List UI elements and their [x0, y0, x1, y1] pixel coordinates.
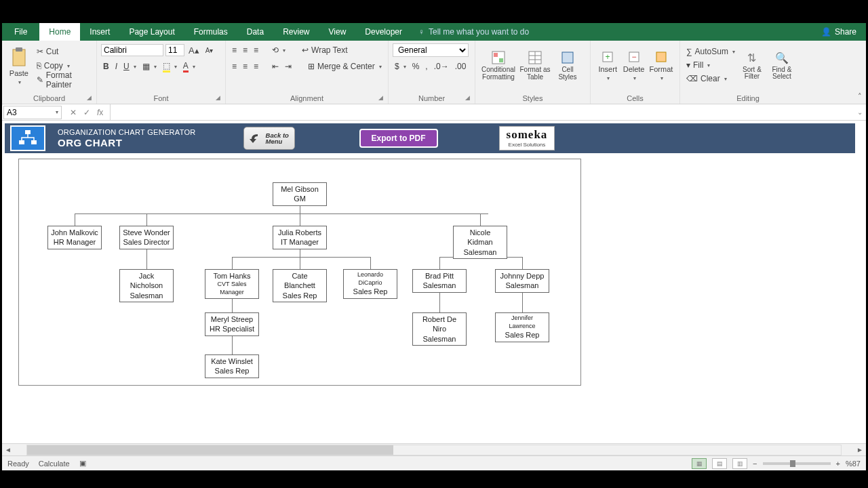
svg-rect-4	[499, 58, 503, 62]
merge-label: Merge & Center	[317, 62, 375, 71]
tab-review[interactable]: Review	[273, 23, 319, 41]
tab-formulas[interactable]: Formulas	[184, 23, 237, 41]
paste-icon	[10, 47, 28, 67]
insert-function-button[interactable]: fx	[97, 108, 103, 117]
delete-cells-button[interactable]: − Delete▾	[620, 43, 646, 89]
tell-me[interactable]: ♀ Tell me what you want to do	[412, 23, 536, 41]
borders-button[interactable]: ▦▾	[140, 60, 159, 73]
align-center-button[interactable]: ≡	[241, 60, 250, 73]
insert-cells-button[interactable]: + Insert▾	[595, 43, 620, 89]
font-color-button[interactable]: A▾	[181, 60, 197, 73]
zoom-slider[interactable]	[763, 462, 831, 465]
expand-formula-bar-button[interactable]: ⌄	[854, 108, 866, 116]
alignment-dialog-launcher[interactable]: ◢	[378, 94, 385, 101]
alignment-group-label: Alignment	[226, 94, 388, 102]
collapse-ribbon-button[interactable]: ˄	[858, 92, 862, 101]
template-header: ORGANIZATION CHART GENERATOR ORG CHART B…	[5, 123, 855, 153]
format-cells-button[interactable]: Format▾	[647, 43, 675, 89]
scroll-thumb[interactable]	[27, 445, 393, 455]
share-button[interactable]: 👤 Share	[812, 23, 866, 41]
back-to-menu-button[interactable]: Back toMenu	[243, 127, 295, 150]
svg-rect-1	[16, 47, 22, 52]
name-box[interactable]: A3▾	[3, 106, 62, 119]
zoom-in-button[interactable]: +	[836, 460, 840, 468]
format-as-table-button[interactable]: Format as Table	[517, 43, 553, 89]
align-middle-button[interactable]: ≡	[241, 43, 250, 57]
page-layout-view-button[interactable]: ▤	[712, 458, 727, 469]
clear-button[interactable]: ⌫Clear▾	[684, 72, 737, 85]
align-right-button[interactable]: ≡	[252, 60, 260, 73]
svg-rect-3	[494, 53, 498, 57]
autosum-button[interactable]: ∑AutoSum▾	[684, 45, 737, 58]
horizontal-scrollbar[interactable]: ◄ ►	[2, 443, 866, 455]
enter-formula-button[interactable]: ✓	[83, 108, 90, 117]
align-left-button[interactable]: ≡	[230, 60, 239, 73]
org-node: Johnny DeppSalesman	[495, 269, 549, 293]
cell-styles-button[interactable]: Cell Styles	[553, 43, 583, 89]
tab-view[interactable]: View	[319, 23, 356, 41]
page-break-view-button[interactable]: ▥	[732, 458, 747, 469]
scroll-right-button[interactable]: ►	[854, 446, 866, 453]
wrap-text-button[interactable]: ↩Wrap Text	[300, 43, 350, 57]
zoom-level[interactable]: %87	[846, 460, 861, 468]
clipboard-dialog-launcher[interactable]: ◢	[87, 94, 94, 101]
macro-record-icon[interactable]: ▣	[79, 459, 86, 468]
italic-button[interactable]: I	[113, 60, 119, 73]
ribbon-tabs: File Home Insert Page Layout Formulas Da…	[2, 23, 866, 41]
find-select-button[interactable]: 🔍 Find & Select	[767, 43, 797, 89]
increase-font-button[interactable]: A▴	[186, 43, 201, 57]
cond-label: Conditional Formatting	[479, 66, 517, 81]
increase-indent-button[interactable]: ⇥	[283, 60, 294, 73]
sigma-icon: ∑	[686, 47, 692, 56]
share-icon: 👤	[821, 27, 831, 37]
align-top-button[interactable]: ≡	[230, 43, 239, 57]
tab-insert[interactable]: Insert	[80, 23, 119, 41]
fill-icon: ▾	[686, 60, 690, 70]
conditional-formatting-button[interactable]: Conditional Formatting	[479, 43, 517, 89]
share-label: Share	[835, 27, 856, 37]
number-format-select[interactable]: General	[393, 43, 469, 57]
brush-icon: ✎	[37, 75, 43, 85]
fill-color-button[interactable]: ⬚▾	[161, 60, 179, 73]
export-pdf-button[interactable]: Export to PDF	[359, 129, 438, 148]
table-icon	[528, 51, 542, 64]
cancel-formula-button[interactable]: ✕	[70, 108, 77, 117]
normal-view-button[interactable]: ▦	[692, 458, 707, 469]
sort-filter-button[interactable]: ⇅ Sort & Filter	[737, 43, 767, 89]
insert-icon: +	[601, 51, 614, 63]
accounting-format-button[interactable]: $▾	[393, 60, 408, 73]
paste-button[interactable]: Paste ▾	[6, 43, 32, 89]
wrap-label: Wrap Text	[311, 45, 348, 55]
decrease-font-button[interactable]: A▾	[203, 43, 216, 57]
tab-developer[interactable]: Developer	[355, 23, 412, 41]
underline-button[interactable]: U▾	[121, 60, 138, 73]
font-dialog-launcher[interactable]: ◢	[216, 94, 222, 101]
merge-center-button[interactable]: ⊞Merge & Center▾	[306, 60, 384, 73]
align-bottom-button[interactable]: ≡	[252, 43, 260, 57]
zoom-out-button[interactable]: −	[753, 460, 757, 468]
tab-home[interactable]: Home	[39, 23, 80, 41]
formula-input[interactable]	[110, 104, 854, 120]
decrease-decimal-button[interactable]: .00	[453, 60, 469, 73]
number-dialog-launcher[interactable]: ◢	[465, 94, 472, 101]
bold-button[interactable]: B	[101, 60, 111, 73]
status-calculate: Calculate	[39, 460, 70, 468]
worksheet-area[interactable]: ORGANIZATION CHART GENERATOR ORG CHART B…	[2, 121, 866, 443]
cut-button[interactable]: ✂Cut	[35, 45, 92, 58]
tab-page-layout[interactable]: Page Layout	[119, 23, 184, 41]
increase-decimal-button[interactable]: .0→	[432, 60, 451, 73]
tab-file[interactable]: File	[2, 23, 39, 41]
scroll-left-button[interactable]: ◄	[2, 446, 14, 453]
clipboard-group-label: Clipboard	[2, 94, 96, 102]
format-painter-button[interactable]: ✎Format Painter	[35, 73, 92, 87]
font-size-input[interactable]	[165, 44, 184, 56]
comma-format-button[interactable]: ,	[423, 60, 429, 73]
orientation-button[interactable]: ⟲▾	[270, 43, 288, 57]
fill-button[interactable]: ▾Fill▾	[684, 58, 737, 72]
decrease-indent-button[interactable]: ⇤	[270, 60, 281, 73]
percent-format-button[interactable]: %	[410, 60, 422, 73]
cells-group-label: Cells	[591, 94, 679, 102]
sort-label: Sort & Filter	[737, 66, 767, 81]
font-name-input[interactable]	[101, 44, 163, 56]
tab-data[interactable]: Data	[237, 23, 273, 41]
